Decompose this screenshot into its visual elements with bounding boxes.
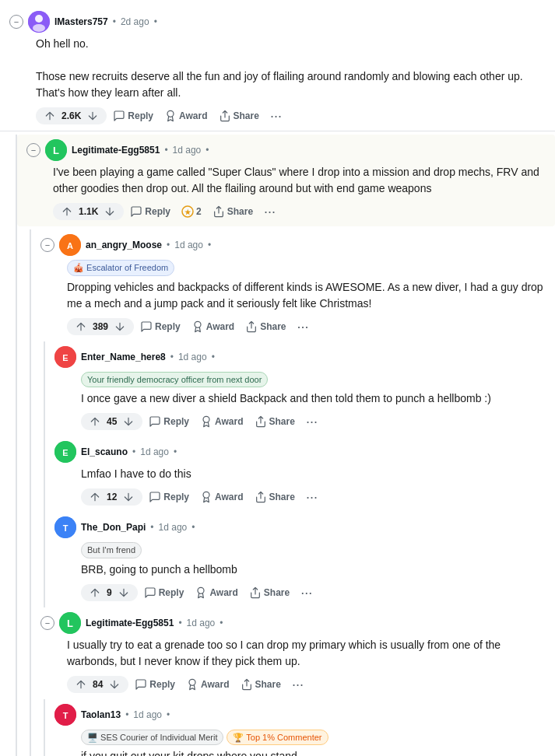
comment-header: − IMasters757 • 2d ago • bbox=[9, 11, 546, 33]
vote-group: 9 bbox=[81, 584, 138, 601]
share-button[interactable]: Share bbox=[241, 317, 290, 336]
vote-count: 389 bbox=[93, 321, 108, 332]
comment-body: I've been playing a game called "Super C… bbox=[53, 164, 546, 197]
username[interactable]: Legitimate-Egg5851 bbox=[72, 145, 160, 156]
downvote-button[interactable] bbox=[85, 110, 100, 122]
username[interactable]: IMasters757 bbox=[54, 16, 108, 27]
award-button[interactable]: Award bbox=[195, 412, 248, 431]
share-button[interactable]: Share bbox=[244, 583, 294, 602]
award-count-button[interactable]: ★ 2 bbox=[177, 202, 206, 221]
share-button[interactable]: Share bbox=[208, 202, 258, 221]
timestamp: • bbox=[191, 522, 195, 533]
more-options-button[interactable]: ··· bbox=[293, 317, 314, 337]
share-button[interactable]: Share bbox=[214, 107, 264, 125]
comment-header: E Enter_Name_here8 • 1d ago • bbox=[54, 346, 546, 368]
more-options-button[interactable]: ··· bbox=[259, 201, 280, 222]
comment-header: − L Legitimate-Egg5851 • 1d ago • bbox=[26, 139, 546, 161]
username[interactable]: Taolan13 bbox=[81, 709, 121, 720]
comment-legitimate-egg5851-2: − L Legitimate-Egg5851 • 1d ago • I usua… bbox=[31, 607, 555, 699]
svg-point-2 bbox=[33, 24, 45, 32]
collapse-button[interactable]: − bbox=[40, 238, 54, 252]
vote-count: 2.6K bbox=[61, 110, 81, 121]
upvote-button[interactable] bbox=[87, 491, 103, 503]
award-button[interactable]: Award bbox=[160, 107, 212, 125]
more-options-button[interactable]: ··· bbox=[287, 674, 308, 695]
timestamp: • bbox=[132, 446, 135, 457]
svg-text:T: T bbox=[63, 711, 68, 720]
reply-button[interactable]: Reply bbox=[144, 488, 194, 506]
collapse-button[interactable]: − bbox=[9, 15, 23, 29]
downvote-button[interactable] bbox=[102, 205, 118, 218]
upvote-button[interactable] bbox=[73, 320, 89, 333]
user-flair: But I'm frend bbox=[81, 542, 142, 558]
timestamp: • bbox=[164, 145, 167, 156]
award-button[interactable]: Award bbox=[195, 488, 248, 506]
svg-point-10 bbox=[195, 321, 201, 327]
timestamp: • bbox=[150, 522, 153, 533]
username[interactable]: El_scauno bbox=[81, 446, 128, 457]
more-options-button[interactable]: ··· bbox=[301, 411, 322, 432]
flair-icon: 🎪 bbox=[73, 263, 84, 272]
upvote-button[interactable] bbox=[87, 415, 103, 428]
svg-text:A: A bbox=[67, 241, 73, 250]
award-button[interactable]: Award bbox=[187, 317, 239, 336]
downvote-button[interactable] bbox=[121, 491, 136, 503]
reply-button[interactable]: Reply bbox=[139, 583, 189, 602]
upvote-button[interactable] bbox=[87, 586, 103, 599]
comment-actions: 389 Reply Award Sh bbox=[67, 317, 546, 337]
timestamp: • bbox=[125, 709, 128, 720]
more-options-button[interactable]: ··· bbox=[296, 583, 317, 603]
comment-body: But I'm frend BRB, going to punch a hell… bbox=[81, 541, 546, 578]
reply-button[interactable]: Reply bbox=[144, 412, 194, 431]
timestamp: • bbox=[178, 618, 181, 628]
vote-group: 1.1K bbox=[53, 203, 124, 220]
collapse-button[interactable]: − bbox=[40, 616, 54, 630]
award-button[interactable]: Award bbox=[181, 675, 234, 694]
reply-button[interactable]: Reply bbox=[108, 107, 158, 125]
share-button[interactable]: Share bbox=[250, 488, 300, 506]
downvote-button[interactable] bbox=[107, 678, 122, 691]
avatar: T bbox=[54, 704, 76, 726]
comment-header: E El_scauno • 1d ago • bbox=[54, 441, 546, 463]
collapse-button[interactable]: − bbox=[26, 143, 40, 157]
award-button[interactable]: Award bbox=[190, 583, 242, 602]
reply-button[interactable]: Reply bbox=[125, 202, 175, 221]
share-button[interactable]: Share bbox=[250, 412, 300, 431]
username[interactable]: Enter_Name_here8 bbox=[81, 352, 166, 362]
timestamp: 1d ago bbox=[178, 352, 207, 362]
comment-actions: 84 Reply Award Sha bbox=[67, 674, 546, 695]
avatar: L bbox=[59, 612, 81, 634]
timestamp: 1d ago bbox=[173, 145, 202, 156]
comment-body: 🖥️ SES Courier of Individual Merit 🏆 Top… bbox=[81, 729, 546, 757]
avatar: L bbox=[45, 139, 67, 161]
username[interactable]: an_angry_Moose bbox=[86, 240, 162, 250]
svg-text:T: T bbox=[63, 523, 68, 533]
svg-text:E: E bbox=[62, 353, 68, 362]
downvote-button[interactable] bbox=[112, 320, 128, 333]
more-options-button[interactable]: ··· bbox=[301, 487, 322, 507]
timestamp: • bbox=[205, 145, 209, 156]
vote-count: 84 bbox=[93, 679, 103, 690]
upvote-button[interactable] bbox=[42, 110, 58, 122]
username[interactable]: Legitimate-Egg5851 bbox=[86, 618, 174, 628]
nested-replies-level1: − L Legitimate-Egg5851 • 1d ago • I've b… bbox=[16, 135, 555, 756]
comment-body: Oh hell no.Those new recruits deserve al… bbox=[36, 36, 546, 101]
timestamp: • bbox=[167, 709, 170, 720]
comment-body: Lmfao I have to do this bbox=[81, 466, 546, 482]
username[interactable]: The_Don_Papi bbox=[81, 522, 146, 533]
more-options-button[interactable]: ··· bbox=[265, 106, 286, 126]
avatar: E bbox=[54, 441, 76, 463]
upvote-button[interactable] bbox=[73, 678, 89, 691]
vote-group: 45 bbox=[81, 413, 142, 430]
avatar: A bbox=[59, 234, 81, 256]
comment-actions: 9 Reply Award bbox=[81, 583, 546, 603]
downvote-button[interactable] bbox=[116, 586, 132, 599]
reply-button[interactable]: Reply bbox=[130, 675, 180, 694]
svg-point-19 bbox=[198, 587, 204, 593]
upvote-button[interactable] bbox=[59, 205, 75, 218]
share-button[interactable]: Share bbox=[236, 675, 286, 694]
downvote-button[interactable] bbox=[121, 415, 136, 428]
timestamp: • bbox=[212, 352, 215, 362]
reply-button[interactable]: Reply bbox=[135, 317, 185, 336]
nested-replies-level3: E Enter_Name_here8 • 1d ago • Your frien… bbox=[44, 341, 555, 607]
